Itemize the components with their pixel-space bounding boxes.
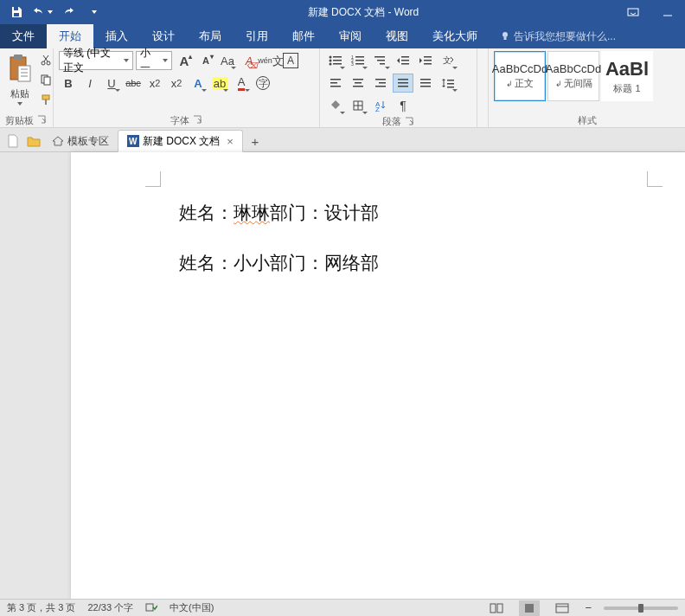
sort-icon[interactable]: AZ (370, 96, 391, 115)
view-read-icon[interactable] (486, 600, 507, 616)
svg-rect-71 (525, 604, 534, 613)
align-right-icon[interactable] (370, 74, 391, 93)
svg-rect-40 (424, 63, 432, 65)
zoom-slider[interactable] (604, 606, 678, 610)
tab-beautify[interactable]: 美化大师 (420, 24, 490, 48)
view-print-icon[interactable] (519, 600, 540, 616)
view-web-icon[interactable] (552, 600, 573, 616)
italic-button[interactable]: I (80, 74, 99, 93)
svg-point-4 (503, 32, 508, 37)
group-paragraph: 123 文 AZ ¶ (320, 48, 477, 127)
style-normal[interactable]: AaBbCcDd ↲正文 (494, 51, 546, 101)
status-word-count[interactable]: 22/33 个字 (87, 601, 133, 614)
tab-home[interactable]: 开始 (47, 24, 93, 48)
tab-mailings[interactable]: 邮件 (280, 24, 327, 48)
cut-icon[interactable] (36, 51, 55, 68)
svg-rect-32 (375, 56, 385, 58)
save-icon[interactable] (5, 2, 28, 22)
subscript-button[interactable]: x2 (145, 74, 164, 93)
multilevel-list-icon[interactable] (370, 51, 391, 70)
borders-icon[interactable] (348, 96, 368, 115)
minimize-icon[interactable] (650, 0, 685, 24)
bullets-icon[interactable] (325, 51, 346, 70)
text-direction-icon[interactable]: 文 (438, 51, 458, 70)
svg-rect-34 (380, 63, 385, 65)
strikethrough-button[interactable]: abc (124, 74, 143, 93)
zoom-handle[interactable] (638, 604, 643, 613)
font-name-combo[interactable]: 等线 (中文正文 (59, 51, 133, 70)
paste-dropdown-icon[interactable] (17, 102, 22, 106)
new-file-icon[interactable] (3, 131, 22, 151)
tab-design[interactable]: 设计 (140, 24, 187, 48)
svg-rect-47 (353, 86, 363, 87)
template-zone-link[interactable]: 模板专区 (45, 131, 116, 151)
underline-button[interactable]: U (102, 74, 121, 93)
tab-file[interactable]: 文件 (0, 24, 47, 48)
style-heading1[interactable]: AaBl 标题 1 (601, 51, 653, 101)
paragraph-launcher-icon[interactable] (405, 117, 415, 127)
zoom-out-icon[interactable]: − (585, 601, 592, 614)
copy-icon[interactable] (36, 71, 55, 88)
tab-view[interactable]: 视图 (374, 24, 420, 48)
decrease-indent-icon[interactable] (393, 51, 413, 70)
align-center-icon[interactable] (348, 74, 368, 93)
tab-insert[interactable]: 插入 (93, 24, 140, 48)
tell-me-input[interactable]: 告诉我您想要做什么... (500, 29, 616, 44)
font-launcher-icon[interactable] (193, 115, 203, 125)
increase-indent-icon[interactable] (415, 51, 436, 70)
align-justify-icon[interactable] (393, 74, 413, 93)
tab-references[interactable]: 引用 (234, 24, 280, 48)
open-folder-icon[interactable] (24, 131, 43, 151)
svg-rect-24 (333, 60, 342, 61)
document-tab-label: 新建 DOCX 文档 (143, 134, 220, 149)
new-tab-button[interactable]: + (245, 131, 266, 151)
status-language[interactable]: 中文(中国) (170, 601, 214, 614)
clear-formatting-icon[interactable]: A⌫ (240, 51, 259, 70)
numbering-icon[interactable]: 123 (348, 51, 368, 70)
qat-more-icon[interactable] (83, 2, 106, 22)
status-page[interactable]: 第 3 页，共 3 页 (7, 601, 75, 614)
redo-icon[interactable] (57, 2, 80, 22)
grow-font-icon[interactable]: A▴ (175, 51, 194, 70)
svg-rect-19 (45, 99, 47, 105)
page-canvas[interactable]: 姓名：琳琳部门：设计部 姓名：小小部门：网络部 (71, 152, 685, 599)
align-distributed-icon[interactable] (415, 74, 436, 93)
style-no-spacing[interactable]: AaBbCcDd ↲无间隔 (547, 51, 599, 101)
show-marks-icon[interactable]: ¶ (393, 96, 413, 115)
clipboard-launcher-icon[interactable] (37, 115, 48, 125)
superscript-button[interactable]: x2 (167, 74, 186, 93)
highlight-icon[interactable]: ab (210, 74, 229, 93)
format-painter-icon[interactable] (36, 91, 55, 108)
bold-button[interactable]: B (59, 74, 78, 93)
document-content[interactable]: 姓名：琳琳部门：设计部 姓名：小小部门：网络部 (71, 196, 573, 280)
character-border-icon[interactable]: A (283, 53, 298, 68)
ribbon: 粘贴 剪贴板 等线 (中文正文 小一 A▴ A▾ Aa A⌫ wé (0, 48, 685, 128)
phonetic-guide-icon[interactable]: wén文 (261, 51, 280, 70)
svg-rect-55 (420, 82, 431, 84)
shrink-font-icon[interactable]: A▾ (196, 51, 215, 70)
undo-icon[interactable] (31, 2, 54, 22)
svg-point-21 (330, 60, 332, 62)
svg-rect-30 (355, 60, 364, 61)
doc-line-2[interactable]: 姓名：小小部门：网络部 (179, 246, 573, 280)
align-left-icon[interactable] (325, 74, 346, 93)
tab-layout[interactable]: 布局 (187, 24, 234, 48)
text-effects-icon[interactable]: A (189, 74, 208, 93)
font-color-icon[interactable]: A (232, 74, 251, 93)
svg-text:Z: Z (375, 106, 380, 112)
paste-button[interactable] (5, 51, 35, 86)
font-size-combo[interactable]: 小一 (136, 51, 172, 70)
document-tab[interactable]: W 新建 DOCX 文档 × (118, 130, 243, 152)
svg-rect-48 (375, 79, 386, 80)
status-spellcheck-icon[interactable] (145, 602, 157, 614)
ribbon-options-icon[interactable] (616, 0, 650, 24)
enclose-characters-icon[interactable]: 字 (253, 74, 272, 93)
change-case-icon[interactable]: Aa (218, 51, 237, 70)
svg-rect-59 (447, 83, 454, 85)
doc-line-1[interactable]: 姓名：琳琳部门：设计部 (179, 196, 573, 230)
svg-line-15 (43, 55, 48, 61)
close-tab-icon[interactable]: × (227, 135, 234, 148)
shading-icon[interactable] (325, 96, 346, 115)
line-spacing-icon[interactable] (438, 74, 458, 93)
tab-review[interactable]: 审阅 (327, 24, 374, 48)
